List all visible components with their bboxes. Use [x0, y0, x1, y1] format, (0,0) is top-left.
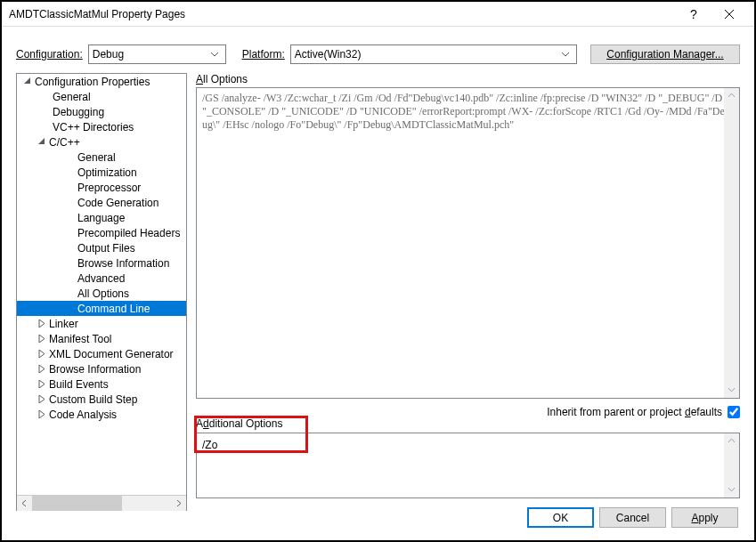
close-icon — [725, 10, 734, 19]
configuration-dropdown[interactable]: Debug — [88, 44, 226, 64]
expand-icon[interactable] — [37, 350, 47, 358]
ok-button[interactable]: OK — [527, 507, 594, 528]
scroll-right-icon[interactable] — [171, 496, 186, 511]
collapse-icon[interactable] — [37, 138, 47, 146]
apply-label: Apply — [691, 512, 718, 524]
expand-icon[interactable] — [37, 365, 47, 373]
close-button[interactable] — [711, 2, 747, 27]
cancel-button[interactable]: Cancel — [599, 507, 666, 528]
tree-item-general[interactable]: General — [17, 89, 186, 104]
additional-options-box[interactable]: /Zo — [196, 433, 740, 498]
tree-item-custombuild[interactable]: Custom Build Step — [17, 392, 186, 407]
cancel-label: Cancel — [616, 512, 649, 524]
tree-root[interactable]: Configuration Properties — [17, 74, 186, 89]
tree-item-cpp[interactable]: C/C++ — [17, 134, 186, 150]
scroll-up-icon[interactable] — [724, 88, 739, 103]
all-options-label: All Options — [196, 73, 740, 87]
configuration-value: Debug — [93, 48, 207, 61]
tree-h-scrollbar[interactable] — [17, 495, 186, 510]
tree-item-cpp-language[interactable]: Language — [17, 210, 186, 225]
footer-buttons: OK Cancel Apply — [527, 507, 738, 528]
all-options-v-scrollbar[interactable] — [724, 88, 739, 398]
expand-icon[interactable] — [37, 380, 47, 388]
tree-cpp-label: C/C++ — [47, 136, 80, 149]
tree-item-cpp-pch[interactable]: Precompiled Headers — [17, 225, 186, 240]
platform-value: Active(Win32) — [295, 48, 558, 61]
tree-item-cpp-optimization[interactable]: Optimization — [17, 165, 186, 180]
expand-icon[interactable] — [37, 395, 47, 403]
collapse-icon[interactable] — [22, 77, 33, 85]
expand-icon[interactable] — [37, 410, 47, 418]
tree-item-browseinfo[interactable]: Browse Information — [17, 361, 186, 376]
inherit-label: Inherit from parent or project defaults — [547, 406, 722, 418]
tree-item-cpp-allopts[interactable]: All Options — [17, 286, 186, 301]
expand-icon[interactable] — [37, 335, 47, 343]
right-panel: All Options /GS /analyze- /W3 /Zc:wchar_… — [196, 73, 740, 511]
window-title: AMDTClassicMatMul Property Pages — [9, 8, 676, 20]
tree-item-xmldoc[interactable]: XML Document Generator — [17, 346, 186, 361]
addl-v-scrollbar[interactable] — [724, 433, 739, 498]
configuration-label: Configuration: — [16, 48, 83, 61]
configuration-manager-button[interactable]: Configuration Manager... — [590, 44, 740, 64]
scroll-track[interactable] — [32, 496, 171, 511]
expand-icon[interactable] — [37, 320, 47, 328]
title-bar: AMDTClassicMatMul Property Pages ? — [2, 2, 754, 27]
tree-item-cpp-general[interactable]: General — [17, 150, 186, 165]
apply-button[interactable]: Apply — [671, 507, 738, 528]
tree-item-buildevents[interactable]: Build Events — [17, 376, 186, 392]
scroll-down-icon[interactable] — [724, 383, 739, 398]
platform-dropdown[interactable]: Active(Win32) — [290, 44, 577, 64]
tree-item-debugging[interactable]: Debugging — [17, 104, 186, 119]
additional-options-text: /Zo — [202, 437, 734, 451]
inherit-checkbox[interactable] — [728, 406, 740, 418]
tree-item-cpp-codegen[interactable]: Code Generation — [17, 195, 186, 210]
tree-item-cpp-output[interactable]: Output Files — [17, 240, 186, 255]
all-options-box: /GS /analyze- /W3 /Zc:wchar_t /Zi /Gm /O… — [196, 87, 740, 399]
scroll-down-icon[interactable] — [724, 482, 739, 498]
tree-item-cpp-advanced[interactable]: Advanced — [17, 271, 186, 286]
config-row: Configuration: Debug Platform: Active(Wi… — [2, 27, 754, 73]
scroll-thumb[interactable] — [32, 496, 122, 511]
platform-label: Platform: — [242, 48, 285, 61]
configuration-manager-label: Configuration Manager... — [606, 48, 723, 61]
tree-item-cpp-commandline[interactable]: Command Line — [17, 301, 186, 316]
tree-item-vcpp-directories[interactable]: VC++ Directories — [17, 119, 186, 134]
tree-item-cpp-browse[interactable]: Browse Information — [17, 255, 186, 271]
scroll-track[interactable] — [724, 449, 739, 482]
tree-root-label: Configuration Properties — [33, 76, 150, 88]
scroll-track[interactable] — [724, 103, 739, 383]
additional-options-label: Additional Options — [196, 417, 282, 430]
scroll-left-icon[interactable] — [17, 496, 32, 511]
tree-item-manifest[interactable]: Manifest Tool — [17, 331, 186, 346]
help-icon: ? — [690, 7, 697, 21]
scroll-up-icon[interactable] — [724, 433, 739, 449]
tree-item-codeanalysis[interactable]: Code Analysis — [17, 407, 186, 422]
ok-label: OK — [553, 512, 568, 524]
chevron-down-icon — [558, 53, 573, 57]
tree-item-linker[interactable]: Linker — [17, 316, 186, 331]
chevron-down-icon — [207, 53, 222, 57]
tree-item-cpp-preprocessor[interactable]: Preprocessor — [17, 180, 186, 195]
all-options-text: /GS /analyze- /W3 /Zc:wchar_t /Zi /Gm /O… — [202, 92, 734, 132]
tree-panel: Configuration Properties General Debuggi… — [16, 73, 187, 511]
help-button[interactable]: ? — [676, 2, 711, 27]
